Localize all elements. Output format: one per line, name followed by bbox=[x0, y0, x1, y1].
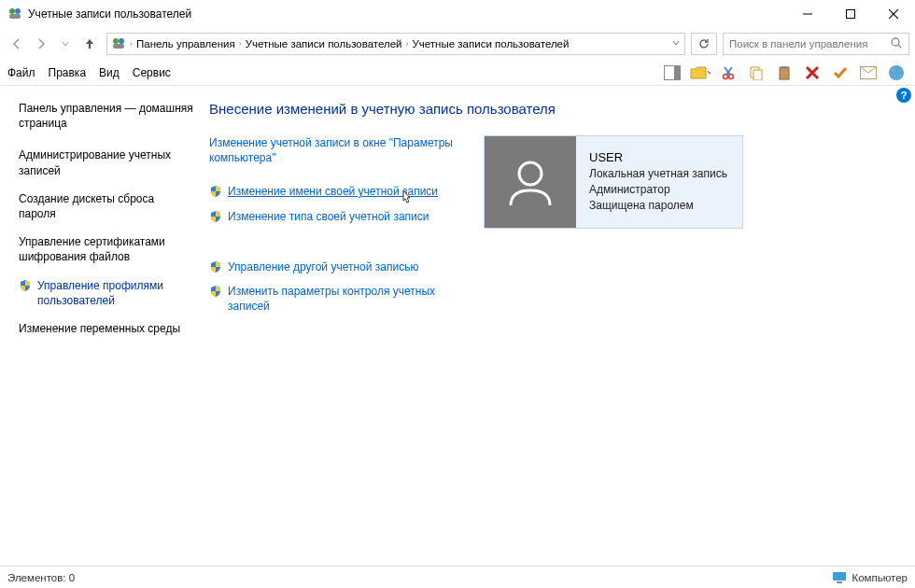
recent-dropdown[interactable] bbox=[54, 33, 77, 55]
help-icon[interactable]: ? bbox=[896, 88, 911, 103]
mail-icon[interactable] bbox=[857, 62, 880, 84]
chevron-right-icon: › bbox=[239, 39, 242, 49]
svg-rect-28 bbox=[837, 581, 842, 583]
shield-icon bbox=[19, 279, 32, 292]
search-input[interactable] bbox=[729, 38, 890, 49]
sidebar: Панель управления — домашняя страница Ад… bbox=[0, 86, 204, 566]
chevron-right-icon: › bbox=[130, 39, 133, 49]
action-change-name[interactable]: Изменение имени своей учетной записи bbox=[209, 184, 461, 199]
app-icon bbox=[111, 35, 126, 53]
user-card: USER Локальная учетная запись Администра… bbox=[484, 135, 743, 229]
breadcrumb[interactable]: › Панель управления › Учетные записи пол… bbox=[106, 33, 685, 55]
shield-icon bbox=[209, 185, 222, 198]
svg-rect-27 bbox=[833, 572, 846, 581]
element-count: Элементов: 0 bbox=[7, 572, 75, 583]
close-button[interactable] bbox=[872, 0, 915, 28]
check-icon[interactable] bbox=[829, 62, 852, 84]
forward-button[interactable] bbox=[30, 33, 52, 55]
control-panel-home-link[interactable]: Панель управления — домашняя страница bbox=[19, 101, 194, 131]
title-bar: Учетные записи пользователей bbox=[0, 0, 915, 28]
shield-icon bbox=[209, 210, 222, 223]
svg-rect-4 bbox=[847, 10, 855, 19]
svg-point-7 bbox=[113, 38, 119, 44]
svg-line-11 bbox=[898, 45, 901, 48]
window-title: Учетные записи пользователей bbox=[28, 7, 786, 21]
copy-icon[interactable] bbox=[745, 62, 767, 84]
action-manage-other[interactable]: Управление другой учетной записью bbox=[209, 259, 461, 274]
minimize-button[interactable] bbox=[786, 0, 829, 28]
svg-point-8 bbox=[119, 38, 124, 44]
sidebar-link-0[interactable]: Администрирование учетных записей bbox=[19, 147, 194, 177]
app-icon bbox=[7, 6, 22, 23]
folder-dropdown-icon[interactable] bbox=[689, 62, 711, 84]
menu-edit[interactable]: Правка bbox=[49, 66, 87, 79]
svg-point-26 bbox=[519, 162, 542, 185]
svg-rect-13 bbox=[674, 66, 680, 79]
sidebar-link-1[interactable]: Создание дискеты сброса пароля bbox=[19, 191, 194, 221]
delete-icon[interactable] bbox=[801, 62, 824, 84]
avatar bbox=[485, 136, 576, 228]
user-info: USER Локальная учетная запись Администра… bbox=[576, 136, 727, 228]
chevron-right-icon: › bbox=[406, 39, 409, 49]
back-button[interactable] bbox=[6, 33, 28, 55]
action-change-in-settings[interactable]: Изменение учетной записи в окне "Парамет… bbox=[209, 135, 461, 165]
crumb-1[interactable]: Учетные записи пользователей bbox=[246, 38, 402, 49]
svg-point-25 bbox=[889, 65, 904, 80]
search-box[interactable] bbox=[723, 33, 909, 55]
action-change-type[interactable]: Изменение типа своей учетной записи bbox=[209, 209, 461, 224]
svg-point-0 bbox=[9, 8, 15, 14]
maximize-button[interactable] bbox=[829, 0, 872, 28]
search-icon[interactable] bbox=[890, 36, 903, 52]
svg-rect-2 bbox=[9, 14, 21, 19]
svg-rect-19 bbox=[753, 70, 762, 80]
chevron-down-icon[interactable] bbox=[671, 37, 681, 50]
action-uac-settings[interactable]: Изменить параметры контроля учетных запи… bbox=[209, 284, 461, 314]
computer-indicator[interactable]: Компьютер bbox=[832, 571, 908, 584]
menu-file[interactable]: Файл bbox=[7, 66, 35, 79]
shield-icon bbox=[209, 260, 222, 273]
up-button[interactable] bbox=[78, 33, 101, 55]
menu-tools[interactable]: Сервис bbox=[133, 66, 171, 79]
svg-rect-9 bbox=[113, 44, 124, 49]
user-name: USER bbox=[589, 149, 727, 166]
main-content: ? Панель управления — домашняя страница … bbox=[0, 86, 915, 566]
actions-list: Изменение учетной записи в окне "Парамет… bbox=[209, 135, 461, 323]
menu-view[interactable]: Вид bbox=[99, 66, 120, 79]
address-bar: › Панель управления › Учетные записи пол… bbox=[0, 28, 915, 60]
svg-rect-21 bbox=[781, 66, 787, 69]
globe-icon[interactable] bbox=[885, 62, 908, 84]
paste-icon[interactable] bbox=[773, 62, 795, 84]
toolbar-icons bbox=[661, 62, 908, 84]
crumb-0[interactable]: Панель управления bbox=[136, 38, 235, 49]
menu-bar: Файл Правка Вид Сервис bbox=[0, 60, 915, 86]
user-role: Администратор bbox=[589, 182, 727, 198]
content-area: Внесение изменений в учетную запись поль… bbox=[204, 86, 915, 566]
computer-icon bbox=[832, 571, 847, 584]
shield-icon bbox=[209, 285, 222, 298]
user-protection: Защищена паролем bbox=[589, 198, 727, 214]
sidebar-link-4[interactable]: Изменение переменных среды bbox=[19, 321, 194, 336]
svg-point-10 bbox=[892, 38, 899, 46]
status-bar: Элементов: 0 Компьютер bbox=[0, 566, 915, 588]
svg-point-1 bbox=[15, 8, 21, 14]
view-pane-icon[interactable] bbox=[661, 62, 683, 84]
crumb-2[interactable]: Учетные записи пользователей bbox=[413, 38, 570, 49]
refresh-button[interactable] bbox=[691, 33, 717, 55]
user-type: Локальная учетная запись bbox=[589, 166, 727, 182]
cut-icon[interactable] bbox=[717, 62, 739, 84]
page-heading: Внесение изменений в учетную запись поль… bbox=[209, 101, 896, 117]
sidebar-link-2[interactable]: Управление сертификатами шифрования файл… bbox=[19, 234, 194, 264]
sidebar-link-3[interactable]: Управление профилями пользователей bbox=[19, 278, 194, 308]
